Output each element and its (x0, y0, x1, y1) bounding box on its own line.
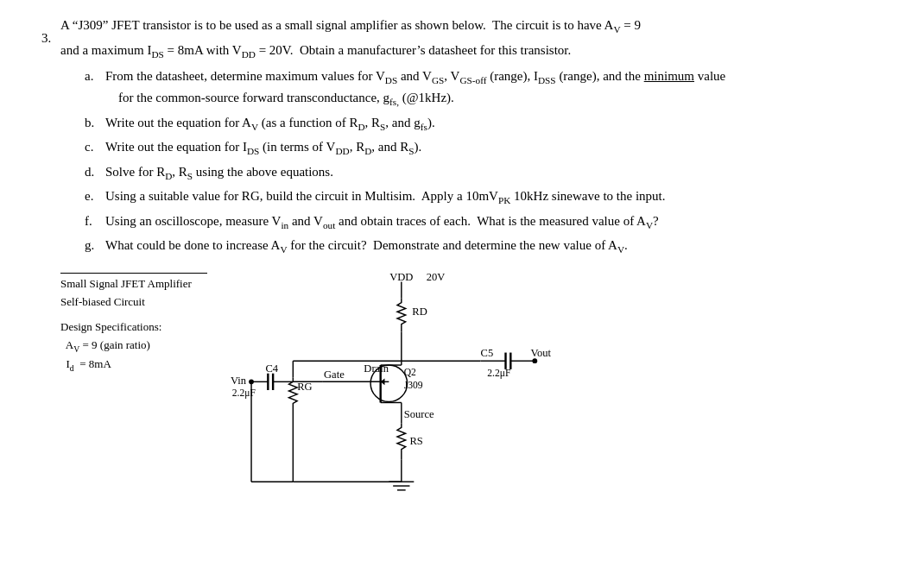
c5-label: C5 (481, 348, 494, 360)
vout-label: Vout (530, 348, 551, 360)
item-text-d: Solve for RD, RS using the above equatio… (105, 162, 898, 184)
circuit-title: Small Signal JFET Amplifier (60, 273, 207, 293)
item-label-d: d. (85, 162, 105, 182)
q2-label: Q2 (404, 367, 416, 378)
vdd-label: VDD (389, 271, 413, 283)
list-item: e. Using a suitable value for RG, build … (85, 186, 898, 208)
c5-cap-value: 2.2μF (487, 368, 511, 379)
svg-point-16 (370, 365, 407, 401)
item-label-b: b. (85, 113, 105, 133)
source-label: Source (404, 408, 434, 420)
item-text-b: Write out the equation for AV (as a func… (105, 113, 898, 135)
c4-label: C4 (265, 362, 278, 375)
vin-label: Vin (231, 375, 247, 388)
gate-label: Gate (324, 369, 345, 381)
circuit-area: Small Signal JFET Amplifier Self-biased … (60, 269, 898, 511)
item-text-f: Using an oscilloscope, measure Vin and V… (105, 211, 898, 233)
design-specs-id: Id = 8mA (60, 356, 207, 375)
rd-label: RD (412, 306, 427, 318)
circuit-svg-container: VDD 20V RD Drain C5 (216, 269, 579, 511)
list-item: b. Write out the equation for AV (as a f… (85, 113, 898, 135)
design-specs-title: Design Specifications: (60, 318, 207, 337)
list-item: a. From the datasheet, determine maximum… (85, 66, 898, 110)
intro-line-2: and a maximum IDS = 8mA with VDD = 20V. … (60, 41, 898, 62)
list-item: c. Write out the equation for IDS (in te… (85, 137, 898, 159)
item-text-g: What could be done to increase AV for th… (105, 236, 898, 257)
svg-text:20V: 20V (427, 271, 446, 283)
item-label-a: a. (85, 66, 105, 86)
item-text-e: Using a suitable value for RG, build the… (105, 186, 898, 208)
item-label-f: f. (85, 211, 105, 231)
intro-line-1: A “J309” JFET transistor is to be used a… (60, 16, 898, 37)
item-label-g: g. (85, 236, 105, 255)
item-label-c: c. (85, 137, 105, 157)
j309-label: J309 (404, 380, 423, 391)
item-text-a: From the datasheet, determine maximum va… (105, 66, 898, 110)
item-label-e: e. (85, 186, 105, 206)
rs-label: RS (409, 435, 422, 447)
item-text-c: Write out the equation for IDS (in terms… (105, 137, 898, 159)
circuit-subtitle: Self-biased Circuit (60, 293, 207, 312)
list-item: d. Solve for RD, RS using the above equa… (85, 162, 898, 184)
question-number: 3. (41, 31, 51, 46)
rg-label: RG (297, 381, 312, 393)
drain-label: Drain (364, 362, 389, 375)
c4-cap-value: 2.2μF (232, 388, 256, 399)
list-item: g. What could be done to increase AV for… (85, 236, 898, 257)
design-specs-av: AV = 9 (gain ratio) (60, 337, 207, 356)
list-item: f. Using an oscilloscope, measure Vin an… (85, 211, 898, 233)
svg-point-8 (532, 359, 537, 364)
